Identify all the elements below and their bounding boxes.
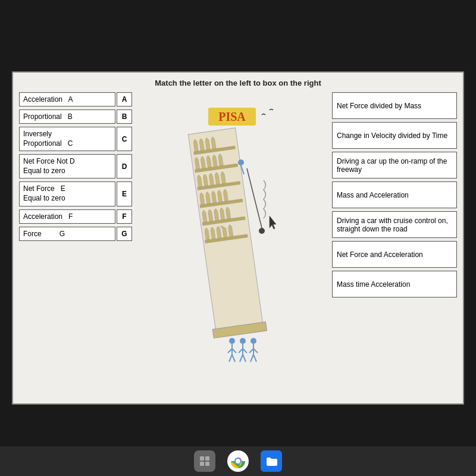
letter-box-e[interactable]: E	[117, 181, 132, 206]
right-box-7[interactable]: Mass time Acceleration	[332, 271, 457, 298]
svg-point-16	[229, 338, 235, 344]
content-area: Acceleration A A Proportional B B Invers…	[19, 92, 457, 393]
right-box-3[interactable]: Driving a car up the on-ramp of the free…	[332, 152, 457, 178]
right-column: Net Force divided by Mass Change in Velo…	[332, 92, 457, 393]
right-box-4[interactable]: Mass and Acceleration	[332, 181, 457, 208]
svg-rect-34	[200, 456, 204, 461]
apps-icon[interactable]	[194, 450, 215, 472]
list-item: InverselyProportional C C	[19, 127, 132, 151]
right-box-label: Mass time Acceleration	[337, 280, 410, 289]
svg-point-22	[240, 338, 246, 344]
list-item: Acceleration A A	[19, 92, 132, 107]
left-label: Net Force Not DEqual to zero	[19, 154, 115, 178]
instruction-text: Match the letter on the left to box on t…	[19, 79, 457, 87]
left-label: InverselyProportional C	[19, 127, 115, 151]
center-image: PISA	[137, 92, 327, 393]
svg-rect-35	[205, 456, 209, 461]
left-label: Force G	[19, 227, 115, 241]
right-box-2[interactable]: Change in Velocity divided by Time	[332, 122, 457, 149]
letter-box-g[interactable]: G	[117, 227, 132, 241]
svg-point-12	[259, 228, 265, 234]
right-box-label: Driving a car with cruise control on, st…	[337, 217, 452, 233]
letter-box-d[interactable]: D	[117, 154, 132, 178]
right-box-1[interactable]: Net Force divided by Mass	[332, 92, 457, 119]
list-item: Force G G	[19, 227, 132, 241]
list-item: Net Force Not DEqual to zero D	[19, 154, 132, 178]
files-icon[interactable]	[261, 450, 282, 472]
svg-point-39	[236, 459, 240, 464]
right-box-label: Net Force and Acceleration	[337, 250, 423, 259]
right-box-6[interactable]: Net Force and Acceleration	[332, 241, 457, 268]
chrome-icon[interactable]	[227, 450, 249, 472]
svg-rect-37	[205, 462, 209, 466]
svg-rect-36	[200, 462, 204, 466]
list-item: Proportional B B	[19, 109, 132, 124]
left-label: Proportional B	[19, 109, 115, 124]
right-box-label: Net Force divided by Mass	[337, 102, 421, 110]
svg-point-13	[238, 159, 244, 165]
tower-svg: PISA	[176, 97, 289, 389]
list-item: Net Force EEqual to zero E	[19, 181, 132, 206]
left-column: Acceleration A A Proportional B B Invers…	[19, 92, 132, 393]
left-label: Acceleration A	[19, 92, 115, 107]
right-box-label: Driving a car up the on-ramp of the free…	[337, 157, 452, 174]
letter-box-c[interactable]: C	[117, 127, 132, 151]
left-label: Acceleration F	[19, 209, 115, 224]
chrome-logo-icon	[230, 453, 246, 469]
right-box-5[interactable]: Driving a car with cruise control on, st…	[332, 211, 457, 238]
letter-box-b[interactable]: B	[117, 109, 132, 124]
folder-icon	[265, 455, 278, 468]
list-item: Acceleration F F	[19, 209, 132, 224]
letter-box-a[interactable]: A	[117, 92, 132, 107]
svg-text:PISA: PISA	[218, 110, 246, 123]
main-screen: Match the letter on the left to box on t…	[12, 71, 464, 405]
left-label: Net Force EEqual to zero	[19, 181, 115, 206]
apps-grid-icon	[199, 455, 211, 467]
right-box-label: Change in Velocity divided by Time	[337, 131, 447, 140]
letter-box-f[interactable]: F	[117, 209, 132, 224]
taskbar	[0, 446, 476, 476]
svg-point-28	[250, 338, 256, 344]
right-box-label: Mass and Acceleration	[337, 191, 409, 199]
